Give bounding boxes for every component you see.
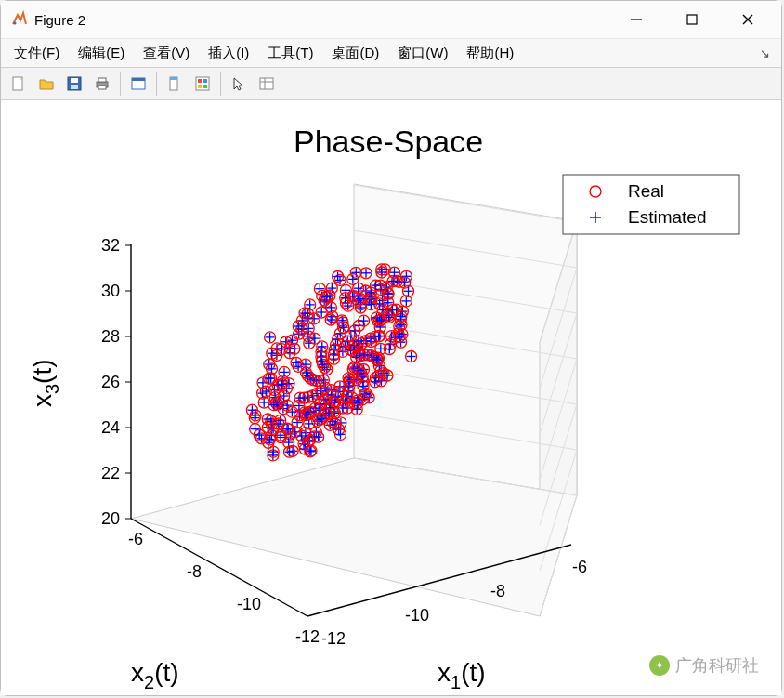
titlebar: Figure 2 (1, 1, 781, 39)
svg-text:-8: -8 (490, 582, 505, 600)
plot-svg: Phase-Space 20 22 24 26 28 (1, 100, 781, 695)
window-title: Figure 2 (34, 12, 85, 28)
svg-rect-19 (203, 79, 207, 83)
svg-text:26: 26 (101, 373, 120, 391)
svg-text:32: 32 (101, 236, 120, 255)
x-label: x1(t) (438, 658, 486, 692)
figure-window: Figure 2 文件(F) 编辑(E) 查看(V) 插入(I) 工具(T) 桌… (0, 0, 782, 696)
figure-palette-button[interactable] (126, 72, 150, 96)
svg-rect-11 (98, 78, 106, 82)
colorbar-button[interactable] (190, 72, 215, 96)
svg-rect-21 (203, 85, 207, 88)
menu-insert[interactable]: 插入(I) (201, 43, 256, 64)
menubar: 文件(F) 编辑(E) 查看(V) 插入(I) 工具(T) 桌面(D) 窗口(W… (1, 39, 781, 68)
save-button[interactable] (62, 72, 86, 96)
svg-rect-2 (687, 15, 697, 24)
svg-text:24: 24 (101, 418, 120, 437)
axes-3d[interactable]: Phase-Space 20 22 24 26 28 (1, 100, 781, 695)
watermark-text: 广角科研社 (675, 654, 759, 677)
svg-text:-10: -10 (237, 595, 261, 613)
chart-title: Phase-Space (294, 124, 483, 159)
legend-label: Estimated (628, 207, 706, 227)
menu-overflow-icon[interactable]: ↘ (760, 46, 776, 60)
menu-window[interactable]: 窗口(W) (390, 43, 455, 64)
svg-rect-12 (98, 86, 106, 89)
svg-text:-8: -8 (187, 562, 202, 581)
svg-rect-20 (198, 85, 202, 88)
print-button[interactable] (90, 72, 114, 96)
svg-rect-14 (132, 78, 145, 81)
svg-rect-16 (170, 77, 177, 80)
menu-tools[interactable]: 工具(T) (260, 43, 320, 64)
svg-text:-6: -6 (128, 530, 143, 548)
menu-edit[interactable]: 编辑(E) (71, 43, 132, 64)
close-button[interactable] (720, 1, 776, 38)
menu-help[interactable]: 帮助(H) (459, 43, 521, 64)
pointer-button[interactable] (227, 72, 251, 96)
data-cursor-button[interactable] (163, 72, 187, 96)
open-button[interactable] (34, 72, 59, 96)
svg-text:20: 20 (101, 509, 120, 528)
toolbar-separator (120, 72, 121, 96)
new-file-button[interactable] (7, 72, 31, 96)
z-label: x3(t) (28, 359, 62, 407)
menu-desktop[interactable]: 桌面(D) (324, 43, 386, 64)
toolbar-separator (156, 72, 157, 96)
menu-view[interactable]: 查看(V) (136, 43, 197, 64)
svg-text:30: 30 (101, 282, 120, 300)
maximize-button[interactable] (664, 1, 720, 38)
legend[interactable]: Real Estimated (563, 175, 739, 234)
menu-file[interactable]: 文件(F) (7, 43, 67, 64)
toolbar (1, 68, 781, 100)
toolbar-separator (220, 72, 221, 96)
legend-label: Real (628, 181, 664, 201)
svg-rect-22 (260, 78, 273, 89)
property-editor-button[interactable] (255, 72, 279, 96)
svg-rect-9 (71, 85, 78, 89)
matlab-icon (10, 10, 29, 29)
svg-rect-8 (71, 78, 78, 83)
y-label: x2(t) (131, 658, 179, 692)
z-ticks: 20 22 24 26 28 30 32 (101, 236, 131, 528)
svg-rect-18 (198, 79, 202, 83)
svg-text:28: 28 (101, 327, 120, 346)
svg-text:-10: -10 (405, 606, 429, 625)
svg-text:-12: -12 (321, 629, 346, 648)
minimize-button[interactable] (608, 1, 664, 38)
svg-text:-6: -6 (572, 558, 587, 576)
watermark: ✦ 广角科研社 (649, 654, 759, 677)
svg-text:22: 22 (101, 464, 120, 482)
wechat-icon: ✦ (649, 655, 670, 676)
window-controls (608, 1, 776, 38)
svg-text:-12: -12 (295, 627, 320, 646)
svg-point-0 (14, 22, 17, 25)
